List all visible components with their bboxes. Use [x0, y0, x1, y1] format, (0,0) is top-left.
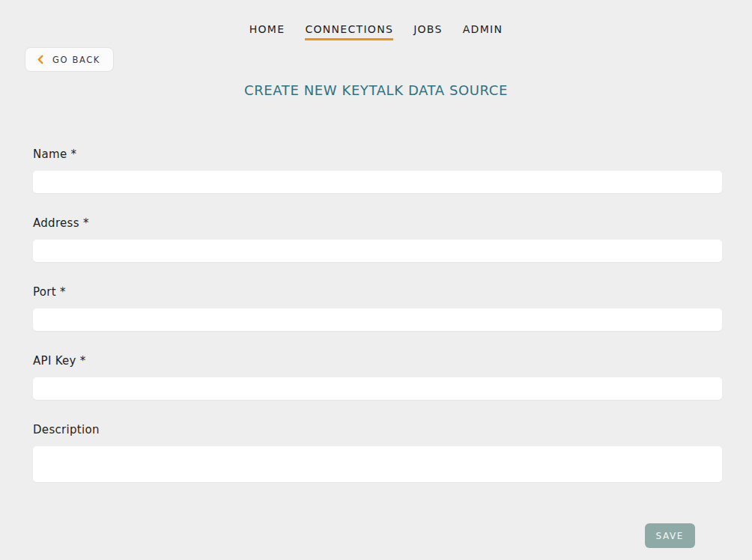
nav-item-admin[interactable]: ADMIN: [463, 23, 503, 40]
field-address: Address *: [33, 216, 722, 262]
address-label: Address *: [33, 216, 722, 230]
api-key-label: API Key *: [33, 354, 722, 368]
nav-item-connections[interactable]: CONNECTIONS: [305, 23, 393, 40]
port-label: Port *: [33, 285, 722, 299]
description-textarea[interactable]: [33, 446, 722, 482]
address-input[interactable]: [33, 240, 722, 262]
nav-item-jobs[interactable]: JOBS: [413, 23, 443, 40]
go-back-label: GO BACK: [52, 55, 100, 65]
field-name: Name *: [33, 147, 722, 193]
create-data-source-form: Name * Address * Port * API Key * Descri…: [33, 147, 722, 548]
port-input[interactable]: [33, 308, 722, 331]
name-input[interactable]: [33, 171, 722, 193]
page-title: CREATE NEW KEYTALK DATA SOURCE: [0, 82, 752, 98]
save-row: SAVE: [33, 523, 695, 548]
description-label: Description: [33, 423, 722, 436]
chevron-left-icon: [36, 55, 46, 64]
nav-item-home[interactable]: HOME: [249, 23, 285, 40]
field-description: Description: [33, 423, 722, 482]
field-port: Port *: [33, 285, 722, 331]
top-navigation: HOME CONNECTIONS JOBS ADMIN: [0, 0, 752, 40]
api-key-input[interactable]: [33, 377, 722, 400]
name-label: Name *: [33, 147, 722, 161]
field-api-key: API Key *: [33, 354, 722, 400]
save-button[interactable]: SAVE: [645, 523, 695, 548]
go-back-button[interactable]: GO BACK: [25, 47, 114, 72]
